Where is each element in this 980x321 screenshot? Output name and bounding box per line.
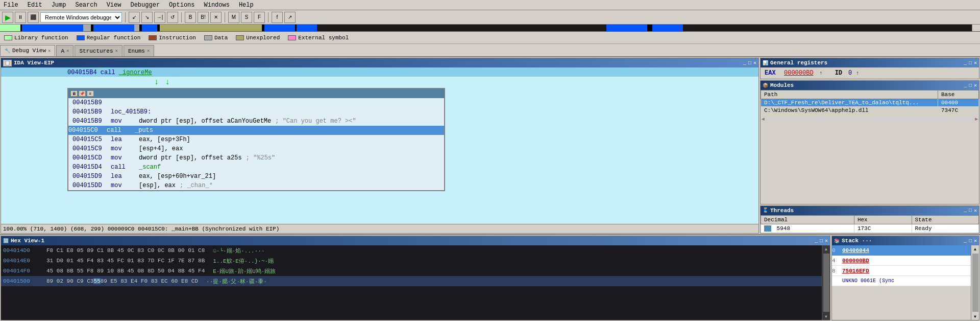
reg-restore[interactable]: □ [969,60,972,66]
menu-view[interactable]: View [105,2,123,9]
module-row-1[interactable]: C:\Windows\SysWOW64\apphelp.dll 7347C [761,107,979,114]
hex-scroll-thumb[interactable] [823,254,829,312]
legend-library-label: Library function [14,35,68,41]
stack-row-2[interactable]: 8 75016EFD [832,266,971,276]
legend-instruction-label: Instruction [159,35,196,41]
play-button[interactable]: ▶ [2,12,13,23]
stack-scroll-down[interactable]: ▼ [974,313,976,320]
module-row-0[interactable]: D:\_CTF_Fresh_re\Deliver_TEA_to_dalao\tq… [761,99,979,107]
debugger-combo[interactable]: Remote Windows debugger [40,12,122,22]
tab-structures[interactable]: Structures ✕ [75,45,122,56]
back-button[interactable]: ↺ [167,12,178,23]
reg-close[interactable]: ✕ [974,60,977,66]
modules-minimize[interactable]: _ [964,83,967,88]
reg-minimize[interactable]: _ [964,60,967,66]
legend-library-color [4,35,12,40]
hw-bp-button[interactable]: B! [198,12,209,23]
stack-row-1[interactable]: 4 000000BD [832,256,971,266]
stack-scrollbar[interactable]: ▲ ▼ [971,245,979,320]
hex-lines: 004014D0 F8 C1 E8 05 89 C1 8B 45 0C 83 C… [1,245,822,320]
modules-scroll: ◄ ► [761,116,979,124]
stack-minimize[interactable]: _ [964,238,967,244]
seg-button[interactable]: S [241,12,252,23]
stack-scroll-up[interactable]: ▲ [974,245,976,253]
run-to-cursor[interactable]: →| [154,12,165,23]
hex-content[interactable]: 004014D0 F8 C1 E8 05 89 C1 8B 45 0C 83 C… [1,245,830,320]
menu-edit[interactable]: Edit [26,2,44,9]
hex-scrollbar[interactable]: ▲ ▼ [822,245,830,320]
thread-row-0[interactable]: 5948 173C Ready [761,224,979,233]
stack-scroll-thumb[interactable] [972,254,978,312]
arrow-area: ↓ ↓ [1,77,758,88]
ida-status-bar: 100.00% (710, 1400) (608, 299) 000009C0 … [1,224,758,233]
tab-debug-view[interactable]: 🔧 Debug View ✕ [0,45,55,56]
hex-close[interactable]: ✕ [825,238,828,244]
stack-restore[interactable]: □ [969,238,972,244]
menu-file[interactable]: File [2,2,20,9]
menu-debugger[interactable]: Debugger [129,2,161,9]
menu-search[interactable]: Search [74,2,99,9]
legend-data-color [204,35,212,40]
menu-windows[interactable]: Windows [203,2,231,9]
threads-minimize[interactable]: _ [964,208,967,213]
modules-restore[interactable]: □ [969,83,972,88]
legend-external: External symbol [288,35,349,41]
sub-icon-2[interactable]: 📌 [79,90,86,97]
tab-enums-close[interactable]: ✕ [147,48,150,54]
hex-scroll-down[interactable]: ▼ [825,313,827,320]
stack-frame-button[interactable]: F [254,12,265,23]
ida-top-op: _ignoreMe [119,69,152,76]
menu-options[interactable]: Options [167,2,196,9]
ida-title: IDA View-EIP [14,60,741,66]
module-base-0: 00400 [938,99,979,107]
stack-close[interactable]: ✕ [974,238,977,244]
stack-val-2[interactable]: 75016EFD [842,268,869,274]
ida-minimize-btn[interactable]: _ [743,60,746,66]
stack-val-1[interactable]: 000000BD [842,258,869,264]
xref-button[interactable]: ↗ [284,12,296,23]
hex-panel: 🔢 Hex View-1 _ □ ✕ 004014D0 F8 C1 E8 05 … [1,236,830,320]
ida-top-call-line: 004015B4 call _ignoreMe [1,67,758,77]
hex-addr-2: 004014F0 [3,268,46,274]
clear-bp-button[interactable]: ✕ [210,12,222,23]
hex-scroll-up[interactable]: ▲ [825,245,827,253]
ida-close-btn[interactable]: ✕ [753,60,756,66]
stack-offset-2: 8 [832,268,842,274]
menu-jump[interactable]: Jump [50,2,68,9]
hex-restore[interactable]: □ [820,238,823,244]
threads-restore[interactable]: □ [969,208,972,213]
modules-scrollbar[interactable] [767,118,973,122]
stop-button[interactable]: ⬛ [28,12,39,23]
step-over-button[interactable]: ↙ [129,12,140,23]
ida-content[interactable]: 004015B4 call _ignoreMe ↓ ↓ 🖥 📌 ≡ [1,67,758,224]
threads-close[interactable]: ✕ [974,208,977,214]
menu-help[interactable]: Help [237,2,255,9]
modules-panel: 📦 Modules _ □ ✕ Path Base [760,80,979,204]
module-base-1: 7347C [938,107,979,114]
modules-close[interactable]: ✕ [974,82,977,88]
func-button[interactable]: f [272,12,283,23]
tab-a[interactable]: A ✕ [56,45,74,56]
id-value: 0 [848,70,852,77]
hex-minimize[interactable]: _ [815,238,818,244]
mem-button[interactable]: M [228,12,239,23]
toolbar-sep-2 [181,12,182,22]
sub-icon-1[interactable]: 🖥 [70,90,78,97]
legend-instruction: Instruction [149,35,196,41]
ida-restore-btn[interactable]: □ [748,60,751,66]
id-label: ID [835,70,842,77]
stack-row-0[interactable]: 0 00406044 [832,245,971,256]
sub-icon-3[interactable]: ≡ [87,90,94,97]
stack-val-0[interactable]: 00406044 [842,247,869,254]
tab-enums[interactable]: Enums ✕ [124,45,154,56]
tab-structures-close[interactable]: ✕ [115,48,117,54]
asm-line-selected[interactable]: 004015C0 call _puts [68,126,444,135]
tab-a-close[interactable]: ✕ [66,48,69,54]
tab-debug-close[interactable]: ✕ [48,48,51,54]
bp-button[interactable]: B [185,12,196,23]
eax-value[interactable]: 000000BD [784,70,814,77]
stack-titlebar: 📚 Stack ··· _ □ ✕ [832,236,979,245]
threads-titlebar: 🧵 Threads _ □ ✕ [761,206,979,215]
pause-button[interactable]: ⏸ [15,12,26,23]
step-into-button[interactable]: ↘ [141,12,153,23]
